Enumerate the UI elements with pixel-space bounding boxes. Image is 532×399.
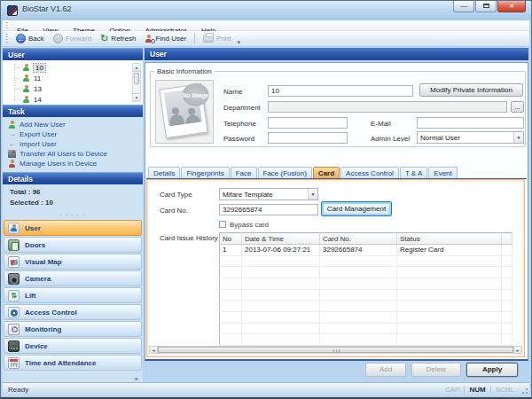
scroll-left-icon[interactable]: ◄ [150, 347, 158, 353]
card-no-field[interactable] [219, 204, 318, 215]
user-icon [22, 64, 30, 72]
table-row-empty [220, 323, 512, 334]
scrollbar-thumb[interactable] [134, 73, 139, 84]
nav-visual-map[interactable]: Visual Map [4, 254, 142, 270]
minimize-button[interactable]: — [453, 1, 474, 12]
delete-button[interactable]: Delete [411, 363, 461, 377]
horizontal-scrollbar[interactable]: ◄ ► [149, 346, 522, 354]
tree-item-user-13[interactable]: 13 [6, 83, 143, 94]
apply-button[interactable]: Apply [466, 363, 518, 377]
tab-face[interactable]: Face [231, 167, 257, 178]
monitoring-icon [8, 324, 20, 335]
nav-label: Access Control [25, 309, 77, 317]
print-button[interactable]: Print [199, 33, 235, 44]
modify-private-information-button[interactable]: Modify Private Information [419, 83, 523, 97]
tree-item-user-11[interactable]: 11 [6, 73, 143, 83]
col-card-no[interactable]: Card No. [320, 233, 397, 245]
col-date-time[interactable]: Date & Time [242, 233, 320, 245]
tree-item-label: 13 [34, 85, 42, 93]
password-field[interactable] [268, 132, 348, 144]
nav-access-control[interactable]: Access Control [4, 304, 142, 320]
tab-details[interactable]: Details [148, 167, 180, 178]
card-management-button[interactable]: Card Management [321, 201, 392, 216]
scroll-up-icon[interactable]: ▲ [133, 64, 140, 72]
name-field[interactable] [268, 85, 413, 97]
card-history-table-body: 1 2013-07-06 09:27:21 3292665874 Registe… [220, 245, 512, 346]
tab-fingerprints[interactable]: Fingerprints [181, 167, 229, 178]
tree-item-user-10[interactable]: 10 [6, 62, 143, 73]
task-export-user[interactable]: → Export User [8, 129, 143, 139]
user-photo-placeholder[interactable]: No Image [155, 80, 214, 144]
nav-monitoring[interactable]: Monitoring [4, 321, 142, 337]
task-import-user[interactable]: ← Import User [8, 139, 143, 149]
title-bar: BioStar V1.62 — × [1, 1, 531, 20]
bypass-card-label: Bypass card [230, 221, 269, 229]
card-type-select[interactable]: Mifare Template ▼ [219, 188, 318, 200]
sidebar-splitter[interactable]: · · · · · [3, 213, 143, 220]
email-label: E-Mail [371, 120, 391, 128]
card-issue-history-table: No Date & Time Card No. Status 1 2013-07… [219, 232, 512, 346]
task-label: Import User [20, 140, 57, 148]
doors-icon [8, 239, 20, 251]
nav-doors[interactable]: Doors [4, 237, 142, 253]
col-status[interactable]: Status [397, 233, 502, 245]
find-user-button[interactable]: Find User [140, 33, 191, 44]
add-button[interactable]: Add [365, 363, 406, 377]
scroll-right-icon[interactable]: ► [513, 347, 521, 353]
device-icon [8, 340, 20, 352]
table-row-empty [220, 289, 512, 301]
tree-item-user-14[interactable]: 14 [6, 94, 143, 105]
tab-face-fusion[interactable]: Face (Fusion) [258, 167, 312, 178]
email-field[interactable] [417, 117, 524, 129]
close-button[interactable]: × [497, 1, 526, 12]
telephone-label: Telephone [223, 120, 256, 128]
tab-access-control[interactable]: Access Control [340, 167, 399, 178]
forward-button[interactable]: → Forward [49, 32, 96, 45]
nav-time-attendance[interactable]: Time and Attendance [4, 355, 142, 371]
table-row[interactable]: 1 2013-07-06 09:27:21 3292665874 Registe… [220, 245, 512, 256]
department-label: Department [223, 104, 261, 112]
basic-information-group: Basic Information No Image Name Modify P… [150, 67, 526, 147]
table-row-empty [220, 278, 512, 289]
refresh-icon: ↻ [100, 34, 108, 43]
admin-level-select[interactable]: Normal User ▼ [417, 131, 524, 144]
tab-event[interactable]: Event [428, 167, 457, 178]
menu-bar: File View Theme Option Administrator Hel… [3, 20, 529, 31]
task-manage-users[interactable]: Manage Users in Device [8, 159, 143, 168]
task-transfer-users[interactable]: Transfer All Users to Device [8, 149, 143, 159]
department-field[interactable] [268, 101, 507, 113]
maximize-button[interactable] [475, 1, 497, 12]
bypass-card-checkbox[interactable] [219, 221, 226, 228]
telephone-field[interactable] [268, 117, 348, 129]
task-add-new-user[interactable]: Add New User [8, 120, 143, 129]
refresh-button[interactable]: ↻ Refresh [96, 32, 140, 45]
scroll-down-icon[interactable]: ▼ [133, 93, 140, 101]
resize-grip[interactable] [520, 387, 528, 395]
toolbar-overflow-icon[interactable]: ▾ [238, 39, 241, 46]
details-panel: Total : 96 Selected : 10 [3, 184, 143, 213]
table-row-empty [220, 301, 512, 312]
department-browse-button[interactable]: ... [511, 101, 524, 113]
tab-t-and-a[interactable]: T & A [400, 167, 427, 178]
task-label: Export User [20, 130, 57, 138]
col-no[interactable]: No [220, 233, 242, 245]
minimize-icon: — [460, 2, 467, 10]
chevron-down-icon: ▼ [308, 189, 317, 200]
tab-card[interactable]: Card [313, 167, 340, 178]
nav-user[interactable]: User [4, 220, 142, 236]
card-issue-history-label: Card Issue History [160, 234, 218, 242]
sidebar-nav: User Doors Visual Map Camera ⇅ Lift Acce… [3, 220, 143, 371]
forward-icon: → [53, 34, 63, 43]
task-label: Add New User [20, 121, 66, 129]
scrollbar-thumb[interactable] [158, 347, 513, 353]
cell-no: 1 [220, 245, 242, 256]
find-user-icon [145, 35, 153, 43]
silhouette-icon [168, 106, 184, 126]
nav-lift[interactable]: ⇅ Lift [4, 287, 142, 303]
user-icon [22, 74, 30, 82]
nav-device[interactable]: Device [4, 338, 142, 354]
main-panel: User Basic Information No Image Name Mod… [145, 48, 528, 382]
tree-scrollbar[interactable]: ▲ ▼ [132, 63, 141, 102]
nav-camera[interactable]: Camera [4, 270, 142, 286]
back-button[interactable]: ← Back [12, 32, 49, 45]
